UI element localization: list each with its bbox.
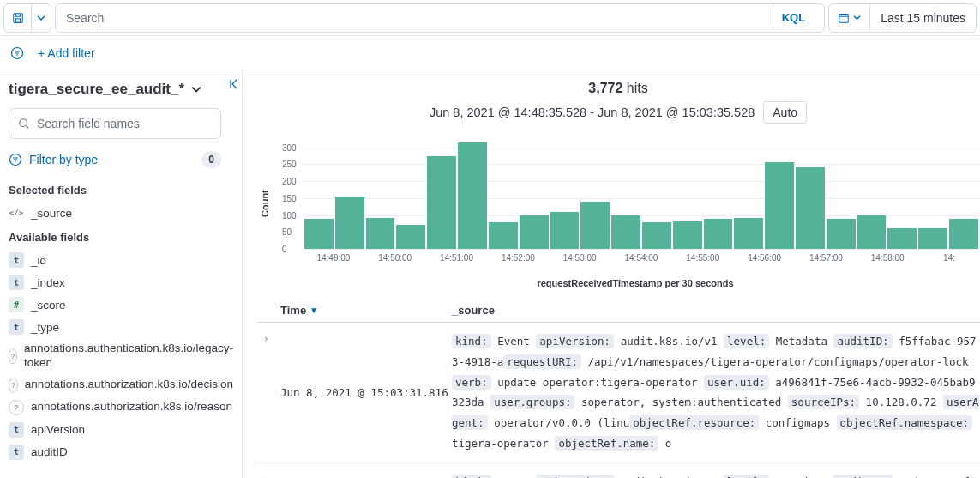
expand-row-button[interactable]: ›: [263, 474, 269, 479]
chevron-down-icon: [191, 84, 201, 94]
filter-by-type-label: Filter by type: [29, 153, 98, 166]
language-switcher[interactable]: KQL: [773, 4, 814, 32]
collapse-sidebar-button[interactable]: [228, 77, 242, 91]
histogram-bar[interactable]: [857, 215, 887, 249]
interval-selector[interactable]: Auto: [763, 101, 807, 124]
time-range-label[interactable]: Last 15 minutes: [870, 11, 976, 25]
sort-desc-icon: ▼: [310, 306, 318, 315]
query-input[interactable]: Search KQL: [55, 3, 825, 33]
y-tick: 200: [282, 177, 297, 186]
histogram-bar[interactable]: [458, 142, 487, 249]
filter-bar: + Add filter: [0, 36, 980, 70]
field-label: auditID: [31, 445, 68, 458]
histogram-bar[interactable]: [918, 228, 947, 249]
field-item[interactable]: tapiVersion: [9, 419, 233, 441]
save-query-button[interactable]: [4, 4, 32, 32]
chart-y-axis-label: Count: [256, 130, 274, 276]
chevron-down-icon: [853, 14, 861, 21]
text-field-icon: t: [9, 319, 24, 335]
svg-rect-0: [13, 13, 22, 22]
histogram-bar[interactable]: [304, 219, 334, 249]
histogram-bar[interactable]: [427, 156, 456, 249]
index-pattern-name: tigera_secure_ee_audit_*: [9, 81, 184, 98]
field-item[interactable]: ?annotations.authentication.k8s.io/legac…: [9, 338, 233, 374]
source-key: apiVersion:: [536, 334, 614, 348]
source-key: level:: [724, 334, 769, 348]
field-item[interactable]: </>_source: [9, 202, 233, 224]
table-header: Time ▼ _source: [256, 299, 980, 323]
column-header-time[interactable]: Time ▼: [280, 304, 452, 317]
histogram-bar[interactable]: [520, 215, 549, 249]
field-label: _id: [31, 254, 46, 267]
expand-row-button[interactable]: ›: [263, 333, 269, 344]
field-item[interactable]: ?annotations.authorization.k8s.io/reason: [9, 396, 233, 419]
histogram-bar[interactable]: [489, 222, 518, 249]
histogram-bar[interactable]: [765, 162, 794, 249]
histogram-bar[interactable]: [887, 228, 917, 249]
source-field-icon: </>: [9, 205, 24, 221]
column-header-source[interactable]: _source: [452, 304, 980, 317]
histogram-bar[interactable]: [396, 225, 425, 249]
source-key: verb:: [452, 375, 491, 390]
x-tick: 14:53:00: [549, 253, 610, 263]
text-field-icon: t: [9, 275, 24, 290]
histogram-bar[interactable]: [335, 197, 364, 249]
filter-by-type-button[interactable]: Filter by type 0: [9, 146, 221, 173]
x-tick: 14:54:00: [610, 253, 672, 263]
field-search-input[interactable]: Search field names: [9, 108, 221, 139]
filter-menu-icon: [9, 153, 22, 166]
save-query-menu-toggle[interactable]: [32, 14, 51, 22]
cell-time: Jun 8, 2021 @ 15:03:31.805: [280, 472, 452, 479]
x-tick: 14:58:00: [857, 253, 918, 263]
field-label: annotations.authentication.k8s.io/legacy…: [24, 342, 233, 371]
time-range-row: Jun 8, 2021 @ 14:48:35.528 - Jun 8, 2021…: [256, 101, 980, 124]
filter-options-button[interactable]: [7, 43, 27, 64]
time-picker: Last 15 minutes: [828, 3, 977, 33]
histogram-chart[interactable]: Count 14:49:0014:50:0014:51:0014:52:0014…: [256, 130, 980, 276]
fields-sidebar: tigera_secure_ee_audit_* Search field na…: [0, 70, 242, 478]
source-key: objectRef.name:: [555, 436, 658, 451]
field-label: _index: [31, 276, 65, 289]
histogram-bar[interactable]: [550, 212, 580, 249]
histogram-bar[interactable]: [611, 215, 640, 249]
histogram-bar[interactable]: [673, 221, 702, 249]
calendar-icon: [838, 12, 850, 24]
histogram-bar[interactable]: [796, 167, 825, 249]
source-key: user.groups:: [490, 395, 574, 409]
x-tick: 14:50:00: [364, 253, 426, 263]
field-item[interactable]: ?annotations.authorization.k8s.io/decisi…: [9, 374, 233, 396]
text-field-icon: t: [9, 422, 24, 438]
table-row: ›Jun 8, 2021 @ 15:03:31.816kind: Event a…: [256, 323, 980, 463]
time-picker-toggle[interactable]: [829, 4, 870, 32]
add-filter-button[interactable]: + Add filter: [38, 46, 95, 60]
save-disk-icon: [12, 12, 24, 24]
search-icon: [18, 118, 30, 130]
field-label: _type: [31, 321, 59, 334]
x-tick: 14:: [918, 253, 980, 263]
y-tick: 150: [282, 193, 297, 203]
source-key: auditID:: [833, 334, 892, 348]
index-pattern-selector[interactable]: tigera_secure_ee_audit_*: [9, 81, 233, 98]
histogram-bar[interactable]: [580, 202, 610, 249]
hits-suffix: hits: [627, 81, 648, 95]
source-key: objectRef.resource:: [629, 415, 759, 430]
y-tick: 250: [282, 160, 297, 169]
x-tick: 14:56:00: [734, 253, 796, 263]
histogram-bar[interactable]: [642, 222, 671, 249]
y-tick: 0: [282, 245, 287, 254]
histogram-bar[interactable]: [704, 219, 733, 249]
field-item[interactable]: tauditID: [9, 441, 233, 463]
field-item[interactable]: t_index: [9, 271, 233, 293]
histogram-bar[interactable]: [734, 218, 763, 249]
field-item[interactable]: t_type: [9, 316, 233, 338]
histogram-bar[interactable]: [366, 218, 395, 249]
x-tick: 14:52:00: [487, 253, 549, 263]
histogram-bar[interactable]: [827, 219, 856, 249]
svg-rect-1: [15, 18, 20, 21]
field-item[interactable]: t_id: [9, 249, 233, 271]
field-item[interactable]: #_score: [9, 293, 233, 316]
histogram-bar[interactable]: [949, 219, 978, 249]
svg-point-4: [20, 119, 27, 127]
y-tick: 50: [282, 227, 292, 237]
text-field-icon: t: [9, 252, 24, 268]
